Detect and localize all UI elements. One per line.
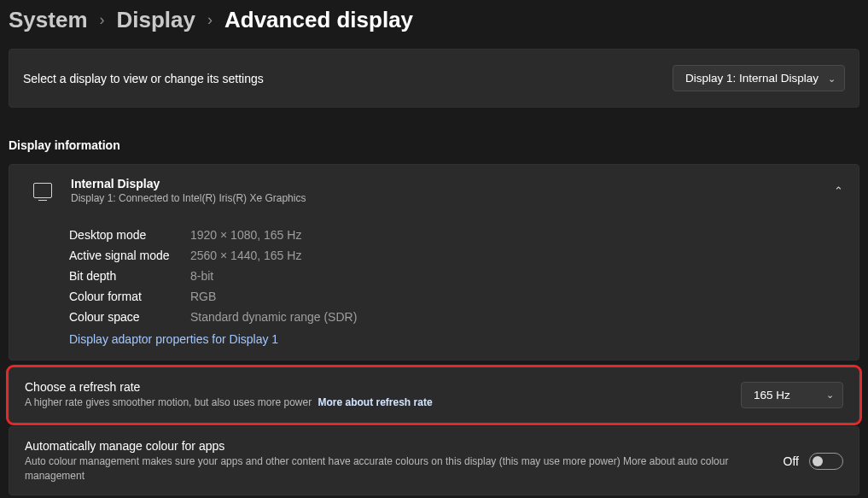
- detail-value: Standard dynamic range (SDR): [190, 310, 357, 324]
- detail-label: Colour space: [69, 310, 190, 324]
- breadcrumb-display[interactable]: Display: [117, 7, 196, 33]
- display-details: Desktop mode 1920 × 1080, 165 Hz Active …: [9, 216, 859, 360]
- breadcrumb-system[interactable]: System: [9, 7, 88, 33]
- display-name: Internal Display: [71, 177, 306, 190]
- detail-value: 1920 × 1080, 165 Hz: [190, 228, 301, 242]
- refresh-rate-sub-text: A higher rate gives smoother motion, but…: [25, 396, 312, 408]
- auto-colour-card: Automatically manage colour for apps Aut…: [9, 426, 859, 496]
- display-connection: Display 1: Connected to Intel(R) Iris(R)…: [71, 192, 306, 204]
- refresh-rate-subtitle: A higher rate gives smoother motion, but…: [25, 395, 433, 410]
- refresh-rate-dropdown[interactable]: 165 Hz ⌄: [741, 382, 843, 408]
- auto-colour-toggle-group: Off: [784, 453, 843, 470]
- detail-row: Desktop mode 1920 × 1080, 165 Hz: [69, 225, 843, 245]
- detail-label: Desktop mode: [69, 228, 190, 242]
- monitor-icon: [33, 183, 52, 198]
- chevron-right-icon: ›: [207, 11, 213, 29]
- display-selector-card: Select a display to view or change its s…: [9, 49, 859, 108]
- toggle-knob: [813, 456, 823, 466]
- display-info-panel-header[interactable]: Internal Display Display 1: Connected to…: [9, 165, 859, 216]
- detail-row: Bit depth 8-bit: [69, 266, 843, 286]
- detail-value: 8-bit: [190, 269, 213, 283]
- detail-value: 2560 × 1440, 165 Hz: [190, 249, 301, 262]
- display-information-header: Display information: [9, 138, 859, 152]
- auto-colour-toggle[interactable]: [809, 453, 843, 470]
- auto-colour-subtitle: Auto colour management makes sure your a…: [25, 454, 733, 483]
- detail-label: Bit depth: [69, 269, 190, 283]
- refresh-rate-title: Choose a refresh rate: [25, 380, 433, 394]
- display-selector-dropdown[interactable]: Display 1: Internal Display ⌄: [673, 65, 845, 91]
- detail-row: Active signal mode 2560 × 1440, 165 Hz: [69, 245, 843, 266]
- chevron-down-icon: ⌄: [826, 390, 834, 401]
- breadcrumb-advanced-display: Advanced display: [224, 7, 413, 33]
- chevron-up-icon: ⌃: [834, 185, 843, 197]
- refresh-rate-value: 165 Hz: [754, 389, 790, 401]
- breadcrumb: System › Display › Advanced display: [0, 0, 868, 49]
- refresh-rate-card: Choose a refresh rate A higher rate give…: [9, 367, 859, 423]
- display-selector-label: Select a display to view or change its s…: [23, 72, 264, 85]
- display-info-panel: Internal Display Display 1: Connected to…: [9, 164, 859, 360]
- more-about-refresh-rate-link[interactable]: More about refresh rate: [318, 396, 433, 408]
- display-selector-value: Display 1: Internal Display: [685, 72, 818, 85]
- detail-value: RGB: [190, 290, 216, 303]
- chevron-right-icon: ›: [100, 11, 105, 29]
- auto-colour-title: Automatically manage colour for apps: [25, 439, 733, 453]
- detail-row: Colour space Standard dynamic range (SDR…: [69, 307, 843, 327]
- adaptor-properties-link[interactable]: Display adaptor properties for Display 1: [69, 327, 843, 346]
- detail-row: Colour format RGB: [69, 286, 843, 307]
- chevron-down-icon: ⌄: [828, 73, 836, 84]
- detail-label: Colour format: [69, 290, 190, 303]
- detail-label: Active signal mode: [69, 249, 190, 262]
- toggle-state-label: Off: [784, 454, 799, 468]
